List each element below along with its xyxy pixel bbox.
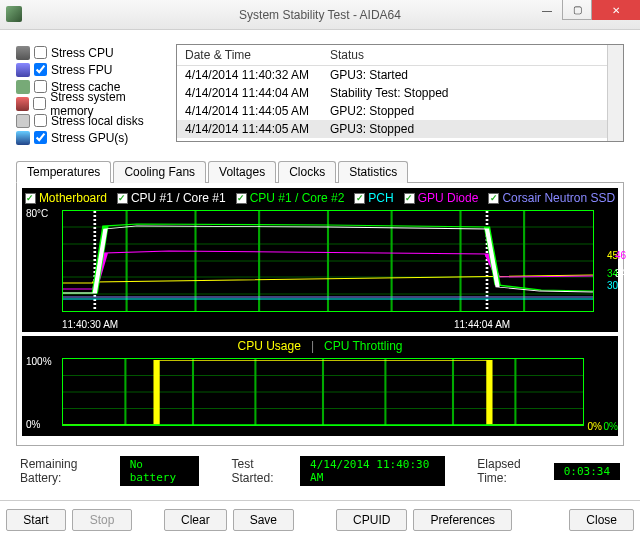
legend-item[interactable]: ✓Corsair Neutron SSD [488,191,615,205]
started-label: Test Started: [231,457,292,485]
maximize-button[interactable]: ▢ [562,0,592,20]
legend-label: PCH [368,191,393,205]
elapsed-label: Elapsed Time: [477,457,545,485]
stress-checkbox[interactable] [34,114,47,127]
legend-checkbox-icon: ✓ [117,193,128,204]
legend-checkbox-icon: ✓ [236,193,247,204]
val-gpudiode: 46 [615,250,626,261]
log-cell-datetime: 4/14/2014 11:44:05 AM [177,102,322,120]
stress-item-4: Stress local disks [16,112,166,129]
stress-label: Stress CPU [51,46,114,60]
button-bar: Start Stop Clear Save CPUID Preferences … [0,500,640,539]
legend-item[interactable]: ✓CPU #1 / Core #1 [117,191,226,205]
log-cell-status: GPU3: Stopped [322,120,422,138]
stress-label: Stress FPU [51,63,112,77]
legend-label: Corsair Neutron SSD [502,191,615,205]
stress-label: Stress local disks [51,114,144,128]
legend-item: CPU Throttling [324,339,402,353]
preferences-button[interactable]: Preferences [413,509,512,531]
log-row[interactable]: 4/14/2014 11:44:05 AMGPU2: Stopped [177,102,623,120]
legend-label: CPU #1 / Core #2 [250,191,345,205]
legend-checkbox-icon: ✓ [354,193,365,204]
stress-item-1: Stress FPU [16,61,166,78]
val-cpu-usage: 0% [588,421,602,432]
start-button[interactable]: Start [6,509,66,531]
log-row[interactable]: 4/14/2014 11:44:05 AMGPU3: Stopped [177,120,623,138]
log-cell-datetime: 4/14/2014 11:44:05 AM [177,120,322,138]
started-value: 4/14/2014 11:40:30 AM [300,456,445,486]
temp-y-label: 80°C [26,208,48,219]
stress-checkbox[interactable] [34,46,47,59]
log-cell-status: Stability Test: Stopped [322,84,457,102]
usage-grid [62,358,584,426]
battery-value: No battery [120,456,200,486]
tab-temperatures[interactable]: Temperatures [16,161,111,183]
stress-icon [16,131,30,145]
stress-icon [16,63,30,77]
legend-label: CPU #1 / Core #1 [131,191,226,205]
usage-y-0: 0% [26,419,40,430]
legend-item[interactable]: ✓CPU #1 / Core #2 [236,191,345,205]
tab-bar: TemperaturesCooling FansVoltagesClocksSt… [16,160,624,183]
stop-button[interactable]: Stop [72,509,132,531]
legend-label: Motherboard [39,191,107,205]
stress-label: Stress GPU(s) [51,131,128,145]
stress-item-5: Stress GPU(s) [16,129,166,146]
log-scrollbar[interactable] [607,45,623,141]
chart-panel: ✓Motherboard✓CPU #1 / Core #1✓CPU #1 / C… [16,183,624,446]
legend-item[interactable]: ✓Motherboard [25,191,107,205]
event-log: Date & Time Status 4/14/2014 11:40:32 AM… [176,44,624,142]
stress-icon [16,80,30,94]
log-header-datetime[interactable]: Date & Time [177,45,322,65]
stress-checkbox[interactable] [34,131,47,144]
save-button[interactable]: Save [233,509,294,531]
tab-clocks[interactable]: Clocks [278,161,336,183]
temp-grid [62,210,594,312]
stress-checkbox[interactable] [33,97,46,110]
log-cell-status: GPU3: Started [322,66,416,84]
stress-checkbox[interactable] [34,63,47,76]
log-cell-status: GPU2: Stopped [322,102,422,120]
stress-item-0: Stress CPU [16,44,166,61]
stress-icon [16,114,30,128]
temperature-chart: ✓Motherboard✓CPU #1 / Core #1✓CPU #1 / C… [22,188,618,332]
legend-item: CPU Usage [238,339,301,353]
close-button[interactable]: Close [569,509,634,531]
log-row[interactable]: 4/14/2014 11:40:32 AMGPU3: Started [177,66,623,84]
legend-checkbox-icon: ✓ [488,193,499,204]
val-pch: 30 [607,280,618,291]
clear-button[interactable]: Clear [164,509,227,531]
window-title: System Stability Test - AIDA64 [239,8,401,22]
stress-icon [16,97,29,111]
val-cpu-throttling: 0% [604,421,618,432]
stress-icon [16,46,30,60]
stress-options: Stress CPU Stress FPU Stress cache Stres… [16,44,166,146]
legend-label: GPU Diode [418,191,479,205]
log-cell-datetime: 4/14/2014 11:44:04 AM [177,84,322,102]
tab-statistics[interactable]: Statistics [338,161,408,183]
legend-checkbox-icon: ✓ [404,193,415,204]
title-bar: System Stability Test - AIDA64 — ▢ ✕ [0,0,640,30]
usage-y-100: 100% [26,356,52,367]
tab-cooling-fans[interactable]: Cooling Fans [113,161,206,183]
usage-chart: CPU Usage|CPU Throttling 100% 0% 0% 0% [22,336,618,436]
battery-label: Remaining Battery: [20,457,112,485]
legend-item[interactable]: ✓GPU Diode [404,191,479,205]
log-cell-datetime: 4/14/2014 11:40:32 AM [177,66,322,84]
tab-voltages[interactable]: Voltages [208,161,276,183]
temp-x-start: 11:40:30 AM [62,319,118,330]
stress-item-3: Stress system memory [16,95,166,112]
legend-item[interactable]: ✓PCH [354,191,393,205]
elapsed-value: 0:03:34 [554,463,620,480]
cpuid-button[interactable]: CPUID [336,509,407,531]
status-bar: Remaining Battery: No battery Test Start… [16,446,624,494]
minimize-button[interactable]: — [532,0,562,20]
temp-x-stop: 11:44:04 AM [454,319,510,330]
close-window-button[interactable]: ✕ [592,0,640,20]
stress-checkbox[interactable] [34,80,47,93]
val-core1: 34 [615,268,626,279]
legend-checkbox-icon: ✓ [25,193,36,204]
log-header-status[interactable]: Status [322,45,372,65]
app-icon [6,6,22,22]
log-row[interactable]: 4/14/2014 11:44:04 AMStability Test: Sto… [177,84,623,102]
